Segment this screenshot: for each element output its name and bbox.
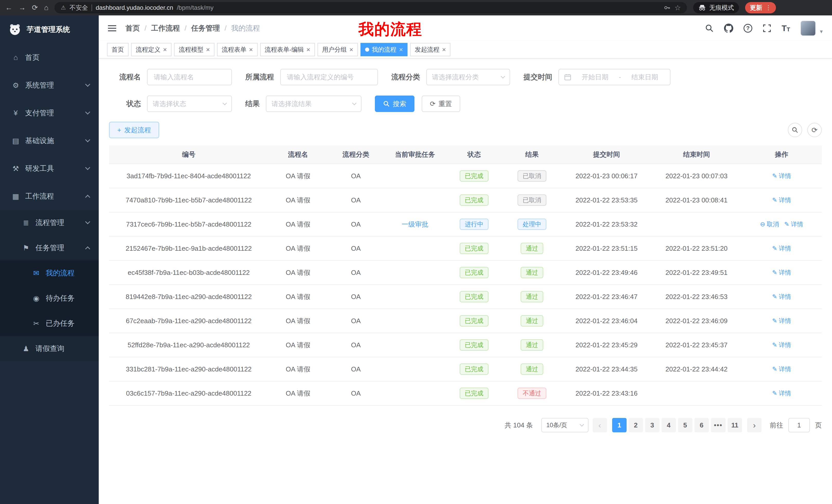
page-button[interactable]: 6 — [695, 418, 709, 432]
breadcrumb-item[interactable]: 任务管理 — [191, 23, 220, 33]
detail-action[interactable]: ✎详情 — [772, 292, 791, 301]
detail-action[interactable]: ✎详情 — [772, 172, 791, 180]
pagination: 共 104 条 10条/页 ‹ 123456•••11 › 前往 页 — [109, 418, 822, 432]
sidebar-item-label: 任务管理 — [35, 243, 64, 253]
table-row: ec45f38f-7b9a-11ec-b03b-acde48001122OA 请… — [109, 260, 822, 285]
view-tab[interactable]: 流程模型× — [174, 43, 214, 56]
cancel-action[interactable]: ⊖取消 — [760, 220, 779, 228]
sidebar-item[interactable]: ⚙系统管理 — [0, 72, 99, 99]
close-icon[interactable]: × — [307, 46, 310, 53]
view-tab[interactable]: 流程定义× — [131, 43, 172, 56]
page-button[interactable]: 1 — [612, 418, 627, 432]
github-icon[interactable] — [724, 24, 733, 33]
sidebar-item-label: 基础设施 — [25, 136, 54, 146]
cell-end-time: 2022-01-22 23:46:53 — [651, 285, 742, 309]
avatar-caret-icon[interactable]: ▾ — [820, 28, 823, 36]
detail-action[interactable]: ✎详情 — [784, 220, 803, 228]
detail-action[interactable]: ✎详情 — [772, 365, 791, 373]
detail-action[interactable]: ✎详情 — [772, 196, 791, 204]
result-badge: 通过 — [521, 291, 543, 302]
page-button[interactable]: 3 — [645, 418, 659, 432]
status-badge: 已完成 — [460, 363, 489, 375]
reload-icon[interactable]: ⟳ — [32, 4, 38, 11]
page-size-select[interactable]: 10条/页 — [541, 418, 589, 432]
cell-process-name: OA 请假 — [268, 164, 328, 188]
tab-label: 用户分组 — [322, 46, 347, 54]
collapse-sidebar-icon[interactable] — [107, 23, 117, 33]
sidebar-item[interactable]: ◉待办任务 — [0, 286, 99, 311]
help-icon[interactable]: ? — [744, 24, 752, 33]
browser-menu-dots-icon[interactable]: ⋮ — [765, 4, 771, 11]
update-button[interactable]: 更新 ⋮ — [745, 2, 776, 13]
sidebar-item[interactable]: ¥支付管理 — [0, 99, 99, 127]
submit-time-range-picker[interactable]: 开始日期 - 结束日期 — [558, 69, 671, 85]
close-icon[interactable]: × — [399, 46, 403, 53]
breadcrumb-item[interactable]: 首页 — [126, 23, 140, 33]
app-logo-row[interactable]: 芋道管理系统 — [0, 16, 99, 44]
sidebar-item[interactable]: ▤基础设施 — [0, 127, 99, 155]
more-pages-button[interactable]: ••• — [711, 418, 726, 432]
cell-submit-time: 2022-01-22 23:46:47 — [562, 285, 651, 309]
bookmark-star-icon[interactable]: ☆ — [674, 4, 681, 12]
detail-action[interactable]: ✎详情 — [772, 341, 791, 349]
close-icon[interactable]: × — [163, 46, 167, 53]
user-avatar[interactable] — [800, 21, 816, 36]
category-select[interactable]: 请选择流程分类 — [426, 69, 510, 85]
font-size-icon[interactable]: TT — [782, 24, 790, 32]
sidebar-item[interactable]: ⚒研发工具 — [0, 155, 99, 183]
view-tab[interactable]: 流程表单× — [217, 43, 257, 56]
create-process-button[interactable]: + 发起流程 — [109, 122, 159, 138]
table-row: 52ffd28e-7b9a-11ec-a290-acde48001122OA 请… — [109, 333, 822, 357]
address-bar[interactable]: ⚠ 不安全 dashboard.yudao.iocoder.cn/bpm/tas… — [54, 2, 687, 13]
table-search-button[interactable] — [788, 123, 802, 137]
view-tab[interactable]: 我的流程× — [361, 43, 408, 56]
tags-view: 首页流程定义×流程模型×流程表单×流程表单-编辑×用户分组×我的流程×发起流程× — [99, 41, 832, 59]
forward-icon[interactable]: → — [19, 4, 26, 11]
process-name-input[interactable] — [147, 69, 232, 85]
sidebar-item[interactable]: ✉我的流程 — [0, 260, 99, 286]
sidebar-item[interactable]: ✂已办任务 — [0, 311, 99, 336]
view-tab[interactable]: 首页 — [107, 43, 129, 56]
sidebar-item[interactable]: ⚑任务管理 — [0, 235, 99, 260]
chevron-down-icon — [85, 109, 90, 115]
search-button[interactable]: 搜索 — [375, 95, 414, 112]
sidebar-item[interactable]: ♟请假查询 — [0, 336, 99, 361]
detail-action[interactable]: ✎详情 — [772, 244, 791, 253]
current-task-link[interactable]: 一级审批 — [401, 220, 428, 228]
close-icon[interactable]: × — [249, 46, 253, 53]
detail-action[interactable]: ✎详情 — [772, 317, 791, 325]
page-button[interactable]: 11 — [728, 418, 742, 432]
detail-action-label: 详情 — [779, 244, 791, 253]
header-search-icon[interactable] — [705, 24, 714, 33]
page-button[interactable]: 5 — [678, 418, 693, 432]
prev-page-button[interactable]: ‹ — [593, 418, 607, 432]
view-tab[interactable]: 用户分组× — [317, 43, 358, 56]
view-tab[interactable]: 流程表单-编辑× — [260, 43, 315, 56]
status-select[interactable]: 请选择状态 — [147, 95, 232, 112]
back-icon[interactable]: ← — [5, 4, 12, 11]
close-icon[interactable]: × — [206, 46, 210, 53]
detail-action[interactable]: ✎详情 — [772, 269, 791, 277]
view-tab[interactable]: 发起流程× — [410, 43, 450, 56]
sidebar-item[interactable]: ⌂首页 — [0, 44, 99, 72]
reset-button[interactable]: ⟳ 重置 — [422, 95, 460, 112]
close-icon[interactable]: × — [442, 46, 446, 53]
sidebar-item[interactable]: ▦工作流程 — [0, 183, 99, 210]
sidebar-item[interactable]: ≣流程管理 — [0, 210, 99, 235]
next-page-button[interactable]: › — [747, 418, 761, 432]
parent-process-input[interactable] — [280, 69, 378, 85]
fullscreen-icon[interactable] — [762, 24, 771, 33]
breadcrumb-item[interactable]: 工作流程 — [151, 23, 180, 33]
goto-page-input[interactable] — [788, 418, 810, 432]
app-title: 芋道管理系统 — [27, 25, 70, 34]
table-refresh-button[interactable]: ⟳ — [807, 123, 822, 137]
result-select[interactable]: 请选择流结果 — [266, 95, 362, 112]
close-icon[interactable]: × — [349, 46, 353, 53]
browser-home-icon[interactable]: ⌂ — [44, 4, 48, 11]
page-button[interactable]: 4 — [661, 418, 676, 432]
breadcrumb-separator: / — [145, 24, 147, 32]
cell-actions: ✎详情 — [742, 285, 822, 309]
page-button[interactable]: 2 — [629, 418, 643, 432]
password-key-icon[interactable] — [664, 4, 671, 11]
detail-action[interactable]: ✎详情 — [772, 389, 791, 397]
